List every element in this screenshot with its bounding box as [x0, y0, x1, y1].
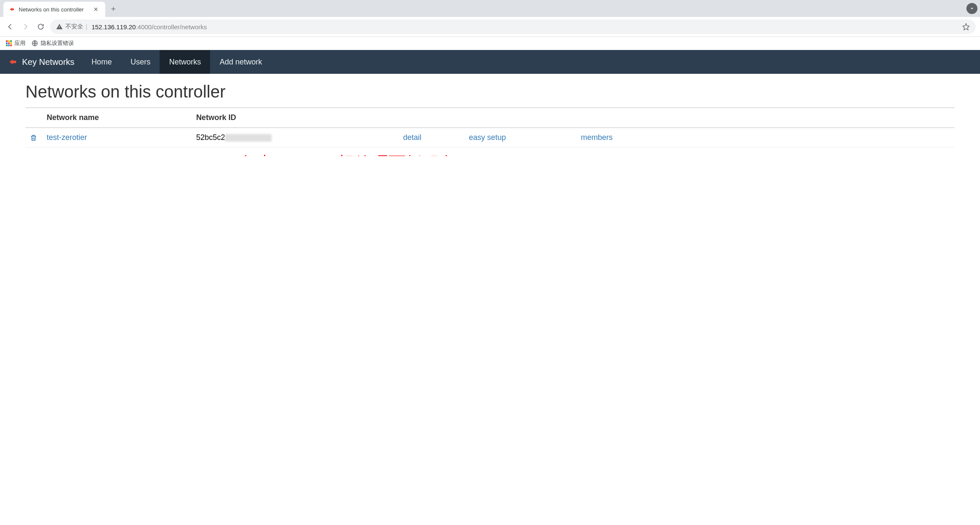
browser-toolbar: 不安全 | 152.136.119.20:4000/controller/net… [0, 17, 980, 37]
brand-logo-icon [8, 57, 18, 67]
favicon-icon [8, 6, 15, 13]
nav-networks[interactable]: Networks [160, 50, 210, 74]
networks-table: Network name Network ID test-zerotier 52… [25, 107, 955, 148]
profile-button[interactable] [966, 3, 977, 14]
bookmarks-bar: 应用 隐私设置错误 [0, 37, 980, 50]
apps-label: 应用 [14, 39, 25, 47]
nav-home[interactable]: Home [82, 50, 121, 74]
delete-icon[interactable] [30, 134, 38, 142]
app-navbar: Key Networks Home Users Networks Add net… [0, 50, 980, 74]
apps-shortcut[interactable]: 应用 [6, 39, 25, 47]
warning-icon [56, 23, 63, 30]
back-button[interactable] [4, 21, 16, 33]
network-name-link[interactable]: test-zerotier [47, 133, 87, 142]
address-bar[interactable]: 不安全 | 152.136.119.20:4000/controller/net… [50, 20, 976, 34]
bookmark-label: 隐私设置错误 [41, 39, 74, 47]
brand-text: Key Networks [22, 57, 74, 67]
bookmark-privacy-error[interactable]: 隐私设置错误 [31, 39, 74, 47]
tab-title: Networks on this controller [19, 6, 88, 13]
brand[interactable]: Key Networks [0, 57, 82, 67]
nav-links: Home Users Networks Add network [82, 50, 271, 74]
detail-link[interactable]: detail [403, 133, 421, 142]
nav-users[interactable]: Users [121, 50, 160, 74]
members-link[interactable]: members [581, 133, 612, 142]
easy-setup-link[interactable]: easy setup [469, 133, 506, 142]
security-label: 不安全 [65, 23, 83, 31]
network-id-cell: 52bc5c2 [192, 128, 399, 148]
bookmark-star-icon[interactable] [962, 23, 970, 31]
page-title: Networks on this controller [25, 82, 955, 101]
globe-icon [31, 40, 38, 47]
annotation-overlay: 自建 zerotier 根管理面板服务 器、moon服务器让速度加倍 [238, 150, 457, 156]
page-content: Networks on this controller Network name… [0, 74, 980, 156]
tab-close-icon[interactable]: ✕ [92, 5, 100, 14]
url-text: 152.136.119.20:4000/controller/networks [92, 23, 958, 31]
browser-chrome: Networks on this controller ✕ ＋ 不安全 | 15… [0, 0, 980, 50]
separator: | [86, 23, 87, 30]
reload-button[interactable] [35, 21, 47, 33]
redacted-id [225, 134, 272, 142]
security-indicator[interactable]: 不安全 | [56, 23, 87, 31]
forward-button[interactable] [20, 21, 31, 33]
browser-tab[interactable]: Networks on this controller ✕ [3, 2, 105, 17]
new-tab-button[interactable]: ＋ [105, 2, 121, 15]
tab-strip: Networks on this controller ✕ ＋ [0, 0, 980, 17]
nav-add-network[interactable]: Add network [210, 50, 271, 74]
col-network-name: Network name [42, 108, 192, 128]
table-row: test-zerotier 52bc5c2 detail easy setup … [25, 128, 955, 148]
apps-grid-icon [6, 40, 12, 46]
col-network-id: Network ID [192, 108, 399, 128]
